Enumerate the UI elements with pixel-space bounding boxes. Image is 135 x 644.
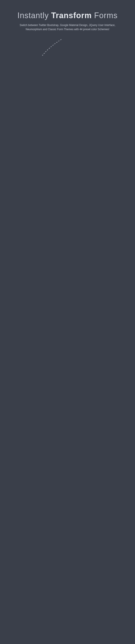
hero: Instantly Transform Forms Switch between… — [0, 0, 135, 38]
hero-post: Forms — [92, 11, 118, 20]
connector-1 — [33, 37, 90, 56]
hero-title: Instantly Transform Forms — [9, 11, 126, 20]
hero-subtitle: Switch between Twitter Bootstrap, Google… — [17, 23, 118, 32]
hero-bold: Transform — [51, 11, 92, 20]
hero-pre: Instantly — [17, 11, 51, 20]
